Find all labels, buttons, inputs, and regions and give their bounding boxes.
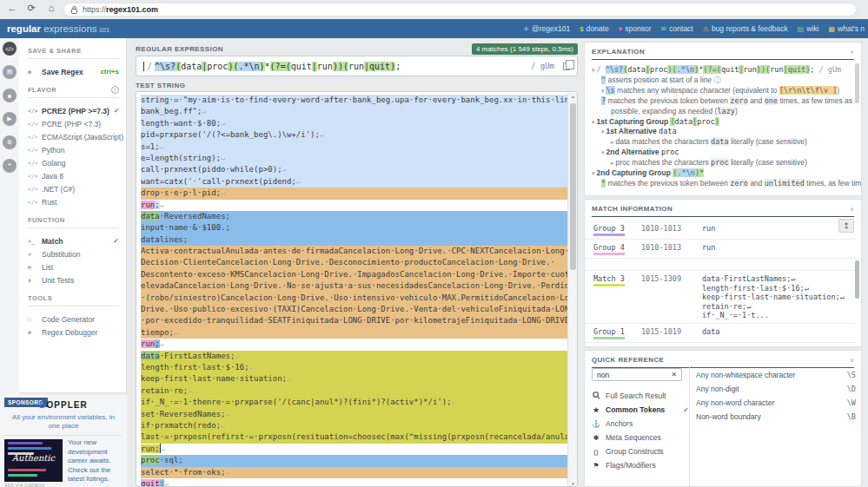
match-row-group-2[interactable]: Group 21207-1305last·=·prxposn(refirst·= <box>585 343 856 348</box>
match-row-group-1[interactable]: Group 11015-1019data <box>585 324 856 343</box>
chevron-down-icon[interactable]: ∨ <box>850 357 854 364</box>
library-icon[interactable]: ▤ <box>3 65 17 79</box>
site-logo[interactable]: regular expressions 101 <box>7 23 109 34</box>
header-link-label: what's n <box>838 24 865 33</box>
header-link-wiki[interactable]: ▤wiki <box>798 24 819 33</box>
match-scrollbar[interactable] <box>855 260 859 299</box>
help-icon[interactable]: ? <box>111 86 119 94</box>
match-row-match-3[interactable]: Match 31015-1309data·FirstLastNames;↵ le… <box>585 271 856 324</box>
explanation-token: 1st Alternative <box>606 127 659 135</box>
regex-flags[interactable]: / gUm <box>531 62 554 70</box>
header-link-bug-reports-feedback[interactable]: ⚠bug reports & feedback <box>703 24 788 33</box>
qr-nav-common-tokens[interactable]: ★Common Tokens✓ <box>592 403 689 417</box>
qr-nav-flags-modifiers[interactable]: ⚑Flags/Modifiers <box>592 458 689 472</box>
wiki-icon: ▤ <box>798 25 805 33</box>
scroll-up-icon[interactable]: ▲ <box>568 94 578 99</box>
sidebar-item-code-generator[interactable]: ▢Code Generator <box>28 313 119 326</box>
match-row-group-4[interactable]: Group 41010-1013run <box>585 240 856 259</box>
url-bar[interactable]: https://regex101.com <box>63 3 857 16</box>
header-link-contact[interactable]: ✉contact <box>661 24 693 33</box>
test-segment: run <box>141 201 155 209</box>
explanation-token: and <box>748 96 765 105</box>
header-link-donate[interactable]: $donate <box>580 24 608 33</box>
header-link--regex101[interactable]: ✈@regex101 <box>523 24 570 33</box>
regex-token: .*\n <box>238 62 259 71</box>
video-icon[interactable]: ▶ <box>3 112 17 126</box>
section-title: TOOLS <box>28 294 119 306</box>
newline-icon: ↵ <box>296 178 301 186</box>
regex-token: ; <box>395 62 401 71</box>
sidebar-item-rust[interactable]: </>Rust <box>28 195 119 208</box>
account-icon[interactable]: ☻ <box>3 89 17 102</box>
copy-icon[interactable] <box>563 63 570 70</box>
header-link-what-s-n[interactable]: ▦what's n <box>829 24 865 33</box>
sidebar-item-save-regex[interactable]: ▣Save Regexctrl+s <box>28 65 119 78</box>
qr-nav-full-search-result[interactable]: Full Search Result <box>592 389 689 403</box>
test-string-line: datalines;↵ <box>141 234 568 246</box>
feedback-chat-icon[interactable]: ❝ <box>3 159 17 173</box>
explanation-token: run <box>744 65 757 74</box>
sidebar-item-label: Golang <box>42 159 65 168</box>
chevron-down-icon[interactable]: ∨ <box>850 49 854 56</box>
regex-editor-icon[interactable]: </> <box>3 42 17 56</box>
qr-nav-meta-sequences[interactable]: ✱Meta Sequences <box>592 431 689 444</box>
explanation-scrollbar[interactable] <box>855 63 859 103</box>
carbon-ad-text[interactable]: Your new development career awaits. Chec… <box>68 438 123 484</box>
list-icon: ▤ <box>28 264 37 271</box>
match-value: run <box>702 224 715 236</box>
sidebar-item-substitution[interactable]: ⇄Substitution <box>28 247 119 260</box>
regex-delimiter: / <box>147 62 152 71</box>
qr-nav-anchors[interactable]: ⚓Anchors <box>592 417 689 431</box>
qr-nav-group-constructs[interactable]: ()Group Constructs <box>592 444 689 458</box>
qr-result-row[interactable]: Any non-digit\D <box>696 382 856 396</box>
flavor-icon: </> <box>28 147 37 154</box>
qr-result-row[interactable]: Non-word boundary\B <box>696 410 856 424</box>
newline-icon: ↵ <box>226 411 230 418</box>
explanation-line: ▸ proc matches the characters proc liter… <box>592 158 854 168</box>
header-link-sponsor[interactable]: ♥sponsor <box>619 24 652 33</box>
home-icon[interactable]: ⌂ <box>44 3 58 13</box>
match-row-group-3[interactable]: Group 31010-1013run <box>585 220 856 240</box>
sidebar-item-match[interactable]: >_Match✓ <box>28 234 119 247</box>
test-string-line: if·prxmatch(redo;↵ <box>141 420 568 431</box>
test-segment: call·prxnext(piddo·while(p>0); <box>141 165 282 174</box>
sidebar-item-regex-debugger[interactable]: ◉Regex Debugger <box>28 326 119 339</box>
newline-icon: ↵ <box>188 387 192 395</box>
settings-gear-icon[interactable]: ⚙ <box>3 135 17 149</box>
qr-result-code: \B <box>847 412 856 421</box>
back-icon[interactable]: ← <box>5 3 19 13</box>
sidebar-item-label: PCRE (PHP <7.3) <box>42 120 101 128</box>
qr-result-row[interactable]: Any non-word character\W <box>696 396 856 410</box>
regular-expression-label: REGULAR EXPRESSION <box>136 45 223 53</box>
test-segment: drop·s·e·p·l·pid; <box>141 188 221 197</box>
test-string-editor[interactable]: string·=·"my·aim·is·to·find·every·word·a… <box>136 91 578 487</box>
quick-reference-search[interactable]: ✕ <box>592 368 682 381</box>
qr-result-row[interactable]: Any non-whitespace character\S <box>696 368 856 382</box>
carbon-ad-image[interactable]: Authentic <box>4 439 63 482</box>
reload-icon[interactable]: ⟳ <box>24 3 38 14</box>
scroll-down-icon[interactable]: ▼ <box>568 481 578 486</box>
sidebar-item-unit-tests[interactable]: ▮Unit Tests <box>28 273 119 286</box>
clear-search-icon[interactable]: ✕ <box>671 371 677 378</box>
sidebar-item-java-8[interactable]: </>Java 8 <box>28 169 119 182</box>
test-scrollbar[interactable]: ▲ ▼ <box>567 92 577 487</box>
search-input[interactable] <box>597 371 666 379</box>
sponsor-tagline[interactable]: All your environment variables, in one p… <box>7 413 120 431</box>
sidebar-item-golang[interactable]: </>Golang <box>28 156 119 169</box>
sidebar-item-python[interactable]: </>Python <box>28 143 119 156</box>
test-string-line: want=catx('·'call·prxnext(pidend;↵ <box>141 176 568 188</box>
sidebar-item-list[interactable]: ▤List <box>28 260 119 273</box>
doppler-logo[interactable]: DOPPLER <box>0 400 127 410</box>
match-name: Match 3 <box>593 274 641 320</box>
sidebar-item--net-c-[interactable]: </>.NET (C#) <box>28 182 119 195</box>
explanation-line: ? matches the previous token between zer… <box>592 96 854 107</box>
sidebar-item-ecmascript-javascript-[interactable]: </>ECMAScript (JavaScript) <box>28 130 119 143</box>
sidebar-item-pcre2-php-7-3-[interactable]: </>PCRE2 (PHP >=7.3)✓ <box>28 104 119 117</box>
chevron-down-icon[interactable]: ∨ <box>850 206 854 213</box>
qr-nav-label: Anchors <box>606 419 633 428</box>
scrollbar-thumb[interactable] <box>570 103 576 270</box>
sidebar-item-pcre-php-7-3-[interactable]: </>PCRE (PHP <7.3) <box>28 117 119 130</box>
sponsor-heart-icon: ♥ <box>619 25 623 33</box>
regex-input[interactable]: / ^\s?(data|proc)(.*\n)*(?=(quit|run))(r… <box>136 56 578 76</box>
regex-token: quit <box>291 62 312 71</box>
